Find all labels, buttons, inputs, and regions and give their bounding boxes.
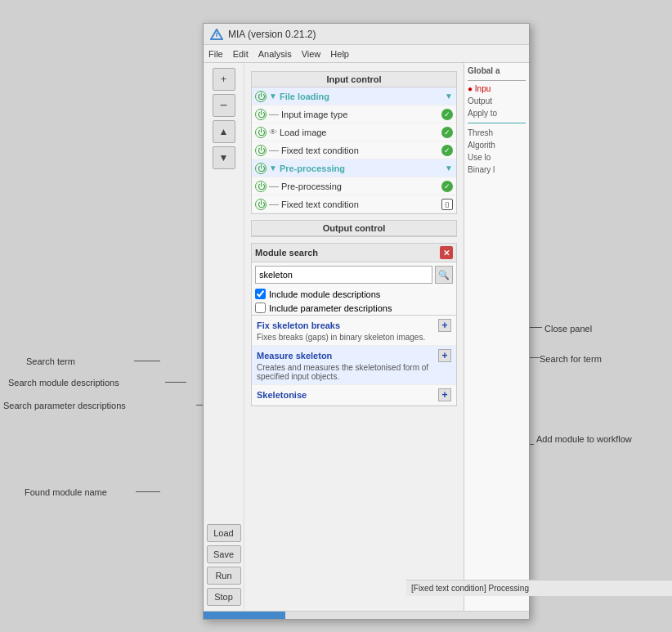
status-dropdown-4[interactable]: ▼: [445, 164, 453, 173]
search-results: Fix skeleton breaks + Fixes breaks (gaps…: [252, 315, 456, 406]
table-row[interactable]: ⏻ — Pre-processing ✓: [252, 177, 456, 195]
module-name-load-image: Load image: [280, 128, 439, 137]
right-panel-input: ● Inpu: [468, 84, 526, 93]
move-down-button[interactable]: ▼: [213, 146, 235, 169]
add-fix-skeleton-button[interactable]: +: [438, 319, 451, 332]
module-search-header: Module search ✕: [252, 244, 456, 262]
annotation-search-module: Search module descriptions: [8, 378, 119, 388]
remove-button[interactable]: −: [213, 94, 235, 117]
module-name-fixed-text-2: Fixed text condition: [281, 199, 439, 209]
list-item[interactable]: Measure skeleton + Creates and measures …: [252, 346, 456, 385]
annotation-found-module: Found module name: [25, 487, 107, 497]
menu-edit[interactable]: Edit: [233, 49, 249, 59]
close-panel-button[interactable]: ✕: [440, 246, 453, 259]
menu-help[interactable]: Help: [330, 49, 349, 59]
run-button[interactable]: Run: [207, 567, 241, 585]
right-panel-apply: Apply to: [468, 109, 526, 118]
dash-3: —: [269, 145, 279, 156]
module-search-title: Module search: [255, 248, 318, 258]
power-icon-1[interactable]: ⏻: [255, 109, 267, 120]
status-dropdown-0[interactable]: ▼: [445, 92, 453, 101]
add-button[interactable]: +: [213, 68, 235, 91]
power-icon-4[interactable]: ⏻: [255, 163, 267, 174]
menu-file[interactable]: File: [208, 49, 223, 59]
include-descriptions-row[interactable]: Include module descriptions: [252, 287, 456, 301]
include-params-checkbox[interactable]: [255, 303, 266, 313]
collapse-icon-0[interactable]: ▼: [269, 92, 277, 101]
right-panel-divider: [468, 123, 526, 123]
right-panel-title: Global a: [468, 66, 526, 75]
status-ok-2: ✓: [441, 127, 453, 138]
list-item[interactable]: Skeletonise +: [252, 385, 456, 406]
include-descriptions-label: Include module descriptions: [269, 289, 380, 299]
include-params-label: Include parameter descriptions: [269, 303, 392, 313]
module-search-section: Module search ✕ 🔍 Include module descrip…: [251, 243, 457, 406]
progress-bar-fill: [204, 612, 285, 619]
table-row[interactable]: ⏻ — Fixed text condition ✓: [252, 141, 456, 159]
search-input[interactable]: [255, 266, 432, 284]
right-panel-use-lo: Use lo: [468, 153, 526, 162]
dash-6: —: [269, 199, 279, 210]
power-icon-5[interactable]: ⏻: [255, 181, 267, 192]
module-name-preprocessing: Pre-processing: [281, 182, 439, 191]
right-panel-algorith: Algorith: [468, 141, 526, 150]
power-icon-0[interactable]: ⏻: [255, 91, 267, 102]
search-row: 🔍: [252, 262, 456, 287]
annotation-add-module: Add module to workflow: [536, 433, 632, 446]
table-row[interactable]: ⏻ 👁 Load image ✓: [252, 123, 456, 141]
table-row[interactable]: ⏻ — Input image type ✓: [252, 105, 456, 123]
eye-icon-2: 👁: [269, 128, 277, 137]
table-row[interactable]: ⏻ ▼ Pre-processing ▼: [252, 159, 456, 177]
progress-bar-container: [204, 611, 529, 619]
input-control-section: Input control ⏻ ▼ File loading ▼ ⏻: [251, 71, 457, 214]
status-ok-1: ✓: [441, 109, 453, 120]
annotation-search-param: Search parameter descriptions: [3, 401, 126, 410]
collapse-icon-4[interactable]: ▼: [269, 164, 277, 173]
include-descriptions-checkbox[interactable]: [255, 289, 266, 299]
stop-button[interactable]: Stop: [207, 588, 241, 606]
title-bar: MIA (version 0.21.2): [204, 24, 529, 45]
app-icon: [210, 29, 223, 40]
menu-view[interactable]: View: [302, 49, 321, 59]
load-button[interactable]: Load: [207, 524, 241, 542]
status-code-6: {}: [441, 199, 453, 210]
status-ok-3: ✓: [441, 145, 453, 156]
result-desc-fix-skeleton: Fixes breaks (gaps) in binary skeleton i…: [257, 333, 451, 342]
dash-5: —: [269, 181, 279, 192]
move-up-button[interactable]: ▲: [213, 120, 235, 143]
table-row[interactable]: ⏻ ▼ File loading ▼: [252, 87, 456, 105]
power-icon-6[interactable]: ⏻: [255, 199, 267, 210]
annotation-close-panel: Close panel: [544, 324, 592, 334]
status-ok-5: ✓: [441, 181, 453, 192]
add-skeletonise-button[interactable]: +: [438, 388, 451, 401]
center-column: Input control ⏻ ▼ File loading ▼ ⏻: [244, 63, 464, 611]
module-name-preprocessing-group: Pre-processing: [280, 164, 442, 173]
module-name-file-loading: File loading: [280, 92, 442, 101]
title-text: MIA (version 0.21.2): [228, 29, 316, 40]
module-name-fixed-text-1: Fixed text condition: [281, 146, 439, 155]
status-text: [Fixed text condition] Processing: [411, 584, 529, 593]
result-desc-measure-skeleton: Creates and measures the skeletonised fo…: [257, 363, 451, 381]
right-panel-output: Output: [468, 96, 526, 105]
module-name-input-image: Input image type: [281, 110, 439, 119]
result-name-skeletonise: Skeletonise +: [257, 388, 451, 401]
add-measure-skeleton-button[interactable]: +: [438, 349, 451, 362]
power-icon-3[interactable]: ⏻: [255, 145, 267, 156]
search-button[interactable]: 🔍: [435, 266, 453, 284]
power-icon-2[interactable]: ⏻: [255, 127, 267, 138]
include-params-row[interactable]: Include parameter descriptions: [252, 301, 456, 315]
output-control-section: Output control: [251, 220, 457, 237]
list-item[interactable]: Fix skeleton breaks + Fixes breaks (gaps…: [252, 316, 456, 346]
window-content: + − ▲ ▼ Load Save Run Stop Input control: [204, 63, 529, 611]
left-sidebar: + − ▲ ▼ Load Save Run Stop: [204, 63, 244, 611]
result-name-fix-skeleton: Fix skeleton breaks +: [257, 319, 451, 332]
table-row[interactable]: ⏻ — Fixed text condition {}: [252, 195, 456, 213]
main-window: MIA (version 0.21.2) File Edit Analysis …: [203, 23, 530, 620]
annotation-search-term: Search term: [26, 356, 75, 366]
save-button[interactable]: Save: [207, 545, 241, 563]
right-panel-binary: Binary l: [468, 165, 526, 174]
menu-bar: File Edit Analysis View Help: [204, 45, 529, 63]
status-bar: [Fixed text condition] Processing: [406, 580, 672, 596]
dash-1: —: [269, 109, 279, 120]
menu-analysis[interactable]: Analysis: [258, 49, 292, 59]
